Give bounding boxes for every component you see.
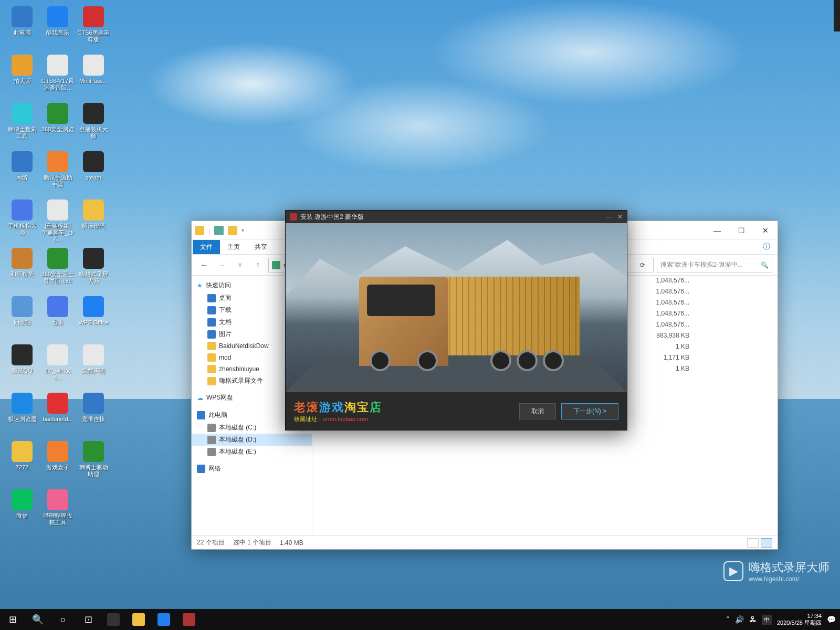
installer-icon — [290, 213, 297, 220]
icon-label: 手机模拟大师 — [5, 223, 39, 236]
camera-icon: ▶ — [723, 561, 743, 581]
drive-icon — [272, 261, 280, 269]
desktop-icon[interactable]: 解压密码 — [76, 197, 111, 246]
nav-network[interactable]: 网络 — [192, 462, 312, 475]
app-icon — [83, 103, 104, 124]
installer-titlebar[interactable]: 安装 遨游中国2 豪华版 — ✕ — [286, 211, 627, 223]
nav-forward-button[interactable]: → — [215, 258, 229, 272]
close-button[interactable]: ✕ — [753, 222, 778, 239]
icon-label: 极速浏览器 — [8, 416, 37, 423]
tab-home[interactable]: 主页 — [220, 240, 247, 254]
desktop-icon[interactable]: 韩博士搜索工具 — [4, 101, 40, 149]
app-icon — [47, 248, 68, 269]
icon-label: 此电脑 — [14, 29, 31, 36]
desktop-icon[interactable]: 宽带连接 — [76, 391, 111, 439]
desktop-icon[interactable]: WPS Office — [76, 294, 111, 342]
search-input[interactable]: 搜索"欧洲卡车模拟2-遨游中... 🔍 — [657, 258, 772, 272]
desktop-icon[interactable]: 拍大师 — [4, 52, 40, 101]
desktop-icon[interactable]: CTS6-V17风迷语音版... — [40, 52, 76, 101]
tray-date[interactable]: 2020/5/28 星期四 — [777, 620, 822, 626]
qat-properties-icon[interactable] — [214, 226, 224, 235]
ime-indicator[interactable]: 中 — [762, 615, 772, 625]
app-icon — [12, 248, 33, 269]
icon-label: 韩博士驱动助理 — [77, 464, 110, 478]
desktop-icon[interactable]: 此电脑 — [4, 4, 40, 52]
desktop-icon[interactable]: 免费声明 — [76, 342, 111, 391]
icon-label: 和平精英 — [10, 271, 34, 278]
taskview-button[interactable]: ⊡ — [76, 609, 101, 630]
desktop-icon[interactable]: 韩博士驱动助理 — [76, 439, 111, 487]
desktop-icon[interactable]: 360安全浏览 — [40, 101, 76, 149]
desktop-icon[interactable]: 游戏盒子 — [40, 439, 76, 487]
refresh-button[interactable]: ⟳ — [635, 261, 650, 269]
cancel-button[interactable]: 取消 — [519, 403, 556, 419]
tab-file[interactable]: 文件 — [193, 240, 220, 254]
cortana-button[interactable]: ○ — [50, 609, 76, 630]
desktop-icon[interactable]: 腾讯手游助手器 — [40, 149, 76, 197]
icon-label: dlc_winlacs... — [41, 368, 75, 381]
app-icon — [83, 55, 104, 76]
desktop-icon[interactable]: 腾讯QQ — [4, 342, 40, 391]
app-icon — [47, 344, 68, 365]
desktop-icon[interactable]: 极速浏览器 — [4, 391, 40, 439]
desktop-icon[interactable]: 酷我音乐 — [40, 4, 76, 52]
nav-up-button[interactable]: ↑ — [250, 258, 265, 272]
folder-icon — [195, 226, 204, 235]
icon-label: 游戏盒子 — [46, 464, 69, 471]
desktop-icon[interactable]: 手机模拟大师 — [4, 197, 40, 246]
installer-close-button[interactable]: ✕ — [617, 213, 623, 220]
installer-url: 收藏址址：ermn.taobao.com — [294, 415, 382, 423]
desktop-icon[interactable]: 网络 — [4, 149, 40, 197]
tray-network-icon[interactable]: 🖧 — [749, 615, 757, 624]
start-button[interactable]: ⊞ — [0, 609, 25, 630]
desktop-icon[interactable]: MiniPass... — [76, 52, 111, 101]
desktop-icon[interactable]: 和平精英 — [4, 246, 40, 294]
desktop-icon[interactable]: dlc_winlacs... — [40, 342, 76, 391]
icon-label: 腾讯QQ — [12, 368, 32, 374]
icon-label: baidunetd... — [43, 416, 73, 423]
nav-back-button[interactable]: ← — [197, 258, 212, 272]
qat-open-icon[interactable] — [228, 226, 237, 235]
taskbar-explorer[interactable] — [126, 609, 151, 630]
app-icon — [47, 296, 68, 317]
taskbar-app-1[interactable] — [101, 609, 126, 630]
desktop-icon[interactable]: [车辆模组] 宇通客车_zk6... — [40, 197, 76, 246]
desktop-icon[interactable]: 嗨格式录屏大师 — [76, 246, 111, 294]
tray-volume-icon[interactable]: 🔊 — [735, 615, 744, 624]
tray-time[interactable]: 17:34 — [777, 613, 822, 620]
tab-share[interactable]: 共享 — [247, 240, 275, 254]
desktop-icon[interactable]: 微信 — [4, 487, 40, 536]
app-icon — [12, 103, 33, 124]
desktop-icon[interactable]: 7272 — [4, 439, 40, 487]
desktop-icon[interactable]: CTS6黑金至尊版 — [76, 4, 111, 52]
view-details-button[interactable] — [747, 538, 759, 548]
status-selected: 选中 1 个项目 — [233, 538, 271, 547]
tray-chevron-icon[interactable]: ˄ — [726, 615, 730, 624]
desktop-icon[interactable]: 回收站 — [4, 294, 40, 342]
desktop-icon[interactable]: 点播装机大师 — [76, 101, 111, 149]
app-icon — [47, 151, 68, 172]
desktop-icon[interactable]: steam — [76, 149, 111, 197]
installer-minimize-button[interactable]: — — [606, 213, 612, 220]
ribbon-help-icon[interactable]: ⓘ — [755, 239, 778, 254]
nav-disk-d[interactable]: 本地磁盘 (D:) — [192, 434, 312, 446]
taskbar-app-3[interactable] — [151, 609, 176, 630]
app-icon — [83, 200, 104, 220]
view-icons-button[interactable] — [761, 538, 772, 548]
app-icon — [12, 200, 33, 220]
nav-recent-button[interactable]: ▾ — [233, 258, 247, 272]
minimize-button[interactable]: — — [705, 222, 729, 239]
tray-notifications-icon[interactable]: 💬 — [827, 615, 836, 624]
desktop-icon[interactable]: baidunetd... — [40, 391, 76, 439]
desktop-icon[interactable]: 360安全卫士尊享版.exe — [40, 246, 76, 294]
desktop-icon[interactable]: 哔哩哔哩投稿工具 — [40, 487, 76, 536]
search-button[interactable]: 🔍 — [25, 609, 50, 630]
app-icon — [47, 200, 68, 220]
status-bar: 22 个项目 选中 1 个项目 1.40 MB — [192, 536, 778, 549]
taskbar-installer[interactable] — [176, 609, 202, 630]
next-button[interactable]: 下一步(N) > — [561, 403, 618, 419]
desktop-icon[interactable]: 迅雷 — [40, 294, 76, 342]
nav-disk-e[interactable]: 本地磁盘 (E:) — [192, 446, 312, 458]
icon-label: 宽带连接 — [82, 416, 105, 423]
maximize-button[interactable]: ☐ — [729, 222, 753, 239]
